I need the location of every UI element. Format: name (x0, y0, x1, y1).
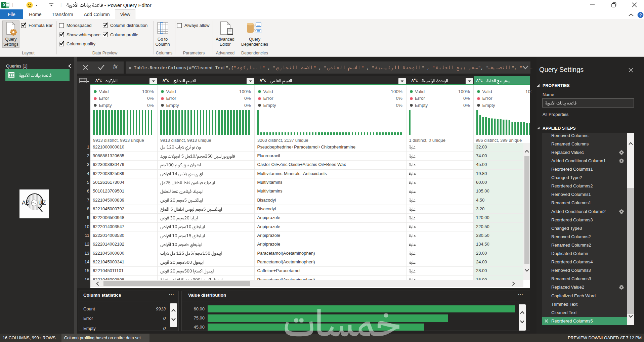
svg-text:AZ: AZ (22, 200, 29, 206)
svg-text:UZ: UZ (38, 200, 46, 206)
svg-text:?: ? (639, 12, 642, 17)
svg-text:X: X (3, 3, 5, 7)
